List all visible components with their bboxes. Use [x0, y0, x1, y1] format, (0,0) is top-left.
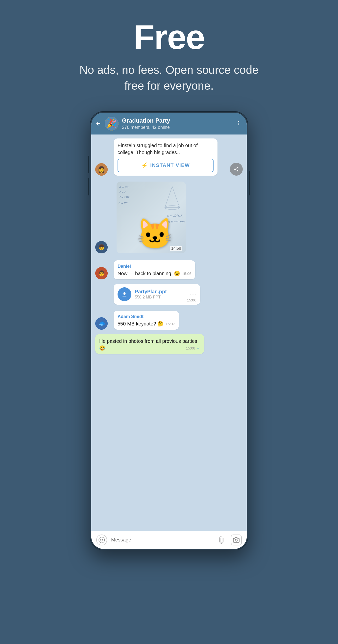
hero-subtitle: No ads, no fees. Open source code free f… [75, 62, 263, 94]
daniel-sender-name: Daniel [117, 264, 191, 269]
forward-button[interactable] [230, 163, 243, 176]
math-formula-4: A = πr² [118, 201, 128, 205]
cone-shape [164, 185, 181, 210]
math-formula-3: P = 2πr [118, 195, 129, 199]
sent-message-row: He pasted in photos from all previous pa… [95, 334, 243, 354]
sent-time: 15:08 ✓ [186, 346, 200, 351]
instant-view-button[interactable]: ⚡ INSTANT VIEW [117, 159, 214, 172]
adam-message-text: 550 MB keynote? 🤔 15:07 [117, 320, 175, 327]
input-bar [91, 531, 247, 549]
daniel-time: 15:06 [182, 271, 192, 276]
math-formula-1: A = πr² [119, 185, 129, 189]
svg-point-18 [235, 539, 238, 542]
sender-avatar-girl: 👩 [95, 163, 108, 176]
svg-point-17 [102, 539, 103, 540]
phone-wrapper: 🎉 Graduation Party 278 members, 42 onlin… [90, 111, 248, 550]
daniel-message-text: Now — back to planning. 😉 15:06 [117, 270, 191, 277]
svg-point-2 [238, 121, 239, 122]
file-bubble: PartyPlan.ppt 550.2 MB PPT ⋯ 15:06 [114, 284, 200, 305]
sent-bubble: He pasted in photos from all previous pa… [95, 334, 204, 354]
svg-text:👨: 👨 [98, 270, 105, 277]
file-more-button[interactable]: ⋯ [190, 290, 196, 298]
chat-area: 👩 Einstein struggled to find a job out o… [91, 134, 247, 531]
sent-message-text: He pasted in photos from all previous pa… [99, 338, 200, 352]
svg-point-4 [238, 124, 239, 125]
article-message-row: 👩 Einstein struggled to find a job out o… [95, 138, 243, 176]
svg-marker-9 [165, 186, 180, 208]
svg-text:🎉: 🎉 [107, 119, 117, 128]
svg-point-16 [100, 539, 101, 540]
cat-sticker: 🐱 [136, 219, 173, 248]
app-header: 🎉 Graduation Party 278 members, 42 onlin… [91, 113, 247, 134]
emoji-button[interactable] [96, 534, 107, 546]
hero-title: Free [10, 20, 328, 54]
file-size: 550.2 MB PPT [135, 295, 186, 300]
bolt-icon: ⚡ [141, 162, 148, 169]
message-input[interactable] [111, 534, 212, 546]
file-time: 15:06 [187, 298, 196, 302]
svg-text:👦: 👦 [98, 244, 105, 251]
adam-message-row: 🧢 Adam Smidt 550 MB keynote? 🤔 15:07 [95, 310, 243, 330]
more-button[interactable] [236, 120, 242, 128]
adam-time: 15:07 [166, 321, 175, 326]
check-icon: ✓ [197, 346, 200, 350]
file-download-button[interactable] [117, 287, 131, 301]
daniel-bubble: Daniel Now — back to planning. 😉 15:06 [114, 260, 195, 280]
svg-text:🧢: 🧢 [98, 320, 105, 327]
math-formula-2: V = l³ [118, 190, 126, 194]
phone-frame: 🎉 Graduation Party 278 members, 42 onlin… [90, 111, 248, 550]
hero-section: Free No ads, no fees. Open source code f… [0, 0, 338, 106]
group-name: Graduation Party [122, 117, 232, 124]
sender-avatar-guy1: 👦 [95, 241, 108, 254]
instant-view-label: INSTANT VIEW [150, 162, 190, 168]
group-info: Graduation Party 278 members, 42 online [122, 117, 232, 130]
article-bubble: Einstein struggled to find a job out of … [114, 138, 218, 176]
sender-avatar-daniel: 👨 [95, 267, 108, 280]
group-members: 278 members, 42 online [122, 125, 232, 130]
sender-avatar-adam: 🧢 [95, 317, 108, 330]
phone-inner: 🎉 Graduation Party 278 members, 42 onlin… [91, 113, 247, 549]
file-message-row: PartyPlan.ppt 550.2 MB PPT ⋯ 15:06 [95, 284, 243, 305]
file-info: PartyPlan.ppt 550.2 MB PPT [135, 289, 186, 300]
article-preview-text: Einstein struggled to find a job out of … [117, 142, 214, 156]
svg-point-15 [99, 537, 104, 543]
daniel-message-row: 👨 Daniel Now — back to planning. 😉 15:06 [95, 260, 243, 280]
attach-button[interactable] [214, 532, 229, 548]
adam-sender-name: Adam Smidt [117, 314, 175, 319]
sticker-background: A = πr² V = l³ P = 2πr A = πr² s = √(r²+… [117, 182, 186, 254]
back-button[interactable] [95, 121, 101, 126]
camera-button[interactable] [231, 534, 242, 546]
adam-bubble: Adam Smidt 550 MB keynote? 🤔 15:07 [114, 310, 179, 330]
svg-point-3 [238, 122, 239, 124]
svg-text:👩: 👩 [98, 166, 105, 173]
group-avatar: 🎉 [105, 117, 118, 130]
sticker-time: 14:58 [170, 246, 182, 251]
sticker-row: 👦 A = πr² V = l³ P = 2πr A = πr² s = √(r… [95, 182, 243, 254]
sticker-container: A = πr² V = l³ P = 2πr A = πr² s = √(r²+… [117, 182, 186, 254]
file-name: PartyPlan.ppt [135, 289, 186, 294]
